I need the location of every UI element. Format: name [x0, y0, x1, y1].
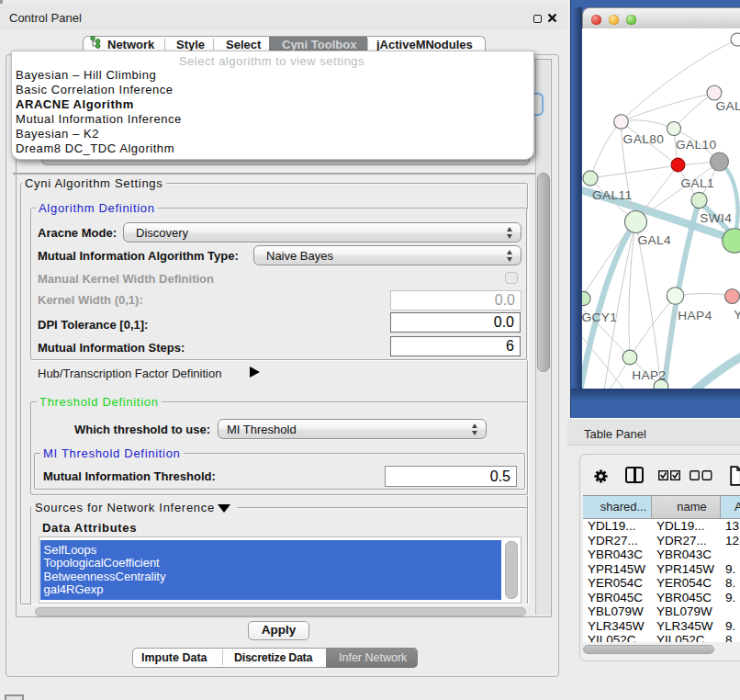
svg-text:HAP4: HAP4 — [678, 309, 712, 322]
svg-text:GAL4: GAL4 — [638, 233, 672, 247]
svg-text:GAL1: GAL1 — [681, 176, 715, 190]
svg-text:GAL11: GAL11 — [592, 188, 633, 202]
svg-text:GAL7: GAL7 — [716, 99, 740, 113]
svg-text:SWI4: SWI4 — [700, 211, 732, 225]
svg-text:GAL10: GAL10 — [676, 138, 717, 152]
svg-text:Y: Y — [734, 308, 740, 322]
svg-text:GCY1: GCY1 — [582, 310, 617, 324]
svg-text:HAP2: HAP2 — [632, 368, 666, 382]
svg-text:GAL80: GAL80 — [623, 132, 665, 146]
